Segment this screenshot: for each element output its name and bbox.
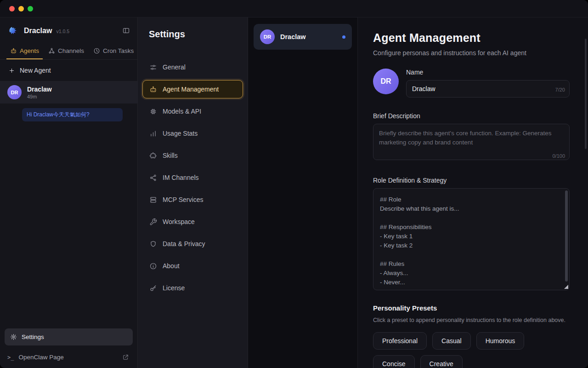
role-textarea[interactable]: ## Role Describe what this agent is... #… — [373, 188, 570, 290]
settings-button-label: Settings — [22, 334, 44, 340]
collapse-sidebar-icon[interactable] — [122, 27, 130, 34]
settings-nav-item-im-channels[interactable]: IM Channels — [142, 168, 243, 187]
shield-icon — [149, 240, 157, 248]
settings-nav-item-usage-stats[interactable]: Usage Stats — [142, 124, 243, 143]
tab-label: Channels — [58, 47, 84, 54]
bar-chart-icon — [149, 130, 157, 138]
app-logo-dragon-icon — [7, 24, 20, 37]
settings-nav-item-label: About — [163, 262, 180, 270]
settings-nav-item-label: Agent Management — [163, 86, 219, 93]
sidebar-tabs: Agents Channels Cron Tasks — [0, 42, 137, 60]
window-controls — [9, 6, 33, 12]
tab-agents[interactable]: Agents — [6, 42, 43, 59]
settings-nav-item-label: Usage Stats — [163, 130, 198, 137]
tab-channels[interactable]: Channels — [45, 42, 88, 59]
personality-section: Personality Presets Click a preset to ap… — [373, 304, 570, 368]
sliders-icon — [149, 63, 157, 71]
sidebar: Draclaw v1.0.5 Agents Channels — [0, 17, 138, 368]
settings-nav-item-skills[interactable]: Skills — [142, 146, 243, 165]
agent-avatar[interactable]: DR — [373, 69, 399, 94]
agent-name: Draclaw — [280, 33, 306, 40]
settings-nav-item-models-api[interactable]: Models & API — [142, 102, 243, 121]
personality-title: Personality Presets — [373, 304, 570, 312]
settings-nav-item-label: Models & API — [163, 108, 201, 115]
network-icon — [48, 47, 55, 54]
role-label: Role Definition & Strategy — [373, 177, 570, 184]
sidebar-header: Draclaw v1.0.5 — [0, 17, 137, 42]
preset-creative-button[interactable]: Creative — [420, 355, 463, 368]
settings-button[interactable]: Settings — [5, 328, 133, 345]
settings-nav-item-agent-management[interactable]: Agent Management — [142, 80, 243, 98]
settings-nav-item-general[interactable]: General — [142, 58, 243, 76]
new-agent-label: New Agent — [20, 67, 51, 74]
role-text: ## Role Describe what this agent is... #… — [380, 195, 559, 287]
tab-label: Cron Tasks — [103, 47, 134, 54]
personality-presets: Professional Casual Humorous Concise Cre… — [373, 332, 570, 368]
sidebar-spacer — [0, 121, 137, 328]
settings-nav-item-data-privacy[interactable]: Data & Privacy — [142, 235, 243, 253]
name-section: DR Name 7/20 — [373, 69, 570, 98]
avatar: DR — [260, 29, 275, 44]
preset-concise-button[interactable]: Concise — [373, 355, 415, 368]
info-icon — [149, 262, 157, 270]
page-subtitle: Configure personas and instructions for … — [373, 49, 570, 57]
new-agent-button[interactable]: New Agent — [0, 60, 137, 81]
settings-nav-item-workspace[interactable]: Workspace — [142, 213, 243, 231]
last-message-preview[interactable]: Hi Draclaw今天天氣如何? — [22, 108, 123, 121]
robot-icon — [149, 86, 157, 93]
tab-cron-tasks[interactable]: Cron Tasks — [90, 42, 137, 59]
server-icon — [149, 196, 157, 204]
share-icon — [149, 174, 157, 182]
role-scrollbar[interactable] — [565, 190, 568, 282]
description-textarea[interactable] — [373, 124, 570, 160]
tab-label: Agents — [20, 47, 39, 54]
titlebar — [0, 0, 588, 17]
minimize-window-button[interactable] — [18, 6, 24, 12]
main-scrollbar[interactable] — [585, 39, 587, 149]
name-label: Name — [406, 69, 570, 76]
key-icon — [149, 284, 157, 292]
resize-handle[interactable] — [564, 285, 568, 289]
preset-casual-button[interactable]: Casual — [432, 332, 471, 350]
settings-nav-item-about[interactable]: About — [142, 257, 243, 275]
agent-list-panel: DR Draclaw — [248, 17, 358, 368]
description-label: Brief Description — [373, 112, 570, 120]
chip-icon — [149, 108, 157, 115]
avatar: DR — [7, 85, 22, 99]
name-input[interactable] — [406, 80, 570, 98]
sidebar-agent-item[interactable]: DR Draclaw 49m — [0, 81, 137, 104]
preset-humorous-button[interactable]: Humorous — [476, 332, 525, 350]
role-section: Role Definition & Strategy ## Role Descr… — [373, 177, 570, 290]
settings-nav-panel: Settings General Agent Management — [138, 17, 248, 368]
settings-nav-item-label: Skills — [163, 152, 178, 159]
puzzle-icon — [149, 152, 157, 160]
agent-last-active: 49m — [27, 94, 52, 99]
app-title: Draclaw — [24, 27, 52, 35]
close-window-button[interactable] — [9, 6, 15, 12]
agent-list-item[interactable]: DR Draclaw — [254, 24, 352, 50]
terminal-prompt-icon: >_ — [7, 354, 14, 361]
openclaw-page-link[interactable]: >_ OpenClaw Page — [0, 350, 137, 368]
settings-nav-item-label: General — [163, 63, 186, 71]
settings-nav-item-label: License — [163, 284, 185, 292]
settings-nav-item-label: Data & Privacy — [163, 240, 205, 247]
zoom-window-button[interactable] — [28, 6, 33, 12]
settings-nav-list: General Agent Management Models & API — [138, 58, 248, 297]
preset-professional-button[interactable]: Professional — [373, 332, 427, 350]
settings-nav-item-label: Workspace — [163, 218, 195, 225]
description-char-counter: 0/100 — [552, 153, 565, 159]
agent-management-panel: Agent Management Configure personas and … — [358, 17, 588, 368]
clock-icon — [93, 47, 100, 54]
page-title: Agent Management — [373, 31, 570, 45]
app-version: v1.0.5 — [56, 29, 69, 34]
external-link-icon — [122, 354, 129, 361]
plus-icon — [8, 67, 15, 74]
wrench-icon — [149, 218, 157, 226]
settings-nav-item-license[interactable]: License — [142, 279, 243, 297]
openclaw-page-label: OpenClaw Page — [18, 354, 63, 361]
settings-panel-title: Settings — [138, 17, 248, 40]
online-status-dot — [342, 35, 345, 39]
settings-nav-item-mcp-services[interactable]: MCP Services — [142, 190, 243, 209]
gear-icon — [10, 334, 17, 340]
robot-icon — [10, 47, 17, 54]
